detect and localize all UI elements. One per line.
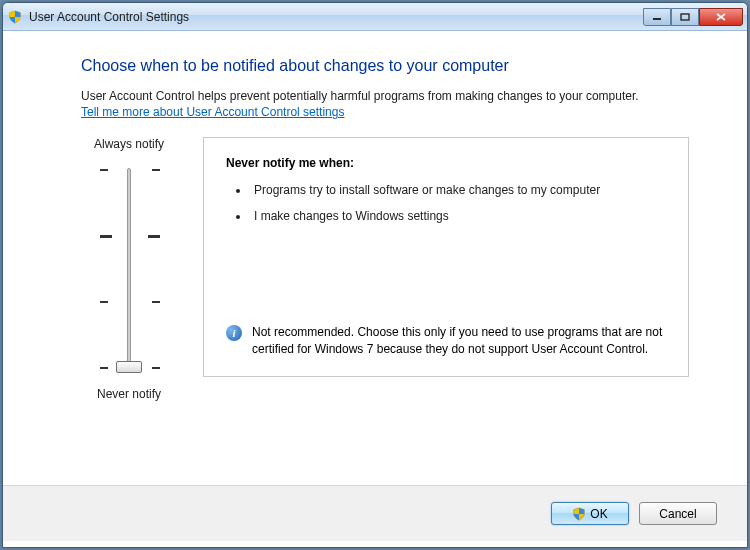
window-title: User Account Control Settings <box>29 10 643 24</box>
content-area: Choose when to be notified about changes… <box>3 31 747 485</box>
maximize-icon <box>680 13 690 21</box>
close-button[interactable] <box>699 8 743 26</box>
minimize-icon <box>652 13 662 21</box>
slider-column: Always notify Never notify <box>81 137 177 401</box>
info-bullets: Programs try to install software or make… <box>226 182 668 234</box>
list-item: I make changes to Windows settings <box>250 208 668 224</box>
slider-label-bottom: Never notify <box>97 387 161 401</box>
minimize-button[interactable] <box>643 8 671 26</box>
page-heading: Choose when to be notified about changes… <box>81 57 689 75</box>
titlebar[interactable]: User Account Control Settings <box>3 3 747 31</box>
cancel-label: Cancel <box>659 507 696 521</box>
warning-row: i Not recommended. Choose this only if y… <box>226 324 668 358</box>
maximize-button[interactable] <box>671 8 699 26</box>
learn-more-link[interactable]: Tell me more about User Account Control … <box>81 105 344 119</box>
cancel-button[interactable]: Cancel <box>639 502 717 525</box>
slider-label-top: Always notify <box>94 137 164 151</box>
info-box: Never notify me when: Programs try to in… <box>203 137 689 377</box>
shield-icon <box>572 507 586 521</box>
info-icon: i <box>226 325 242 341</box>
svg-rect-1 <box>681 14 689 20</box>
close-icon <box>716 13 726 21</box>
slider-thumb[interactable] <box>116 361 142 373</box>
info-title: Never notify me when: <box>226 156 668 170</box>
svg-rect-0 <box>653 18 661 20</box>
shield-icon <box>7 9 23 25</box>
list-item: Programs try to install software or make… <box>250 182 668 198</box>
warning-text: Not recommended. Choose this only if you… <box>252 324 668 358</box>
notification-slider[interactable] <box>99 157 159 379</box>
ok-label: OK <box>590 507 607 521</box>
body-row: Always notify Never notify Never notify … <box>81 137 689 401</box>
slider-track <box>127 168 131 368</box>
footer: OK Cancel <box>3 485 747 541</box>
uac-window: User Account Control Settings Choose whe… <box>2 2 748 548</box>
ok-button[interactable]: OK <box>551 502 629 525</box>
page-description: User Account Control helps prevent poten… <box>81 89 689 103</box>
window-controls <box>643 8 743 26</box>
